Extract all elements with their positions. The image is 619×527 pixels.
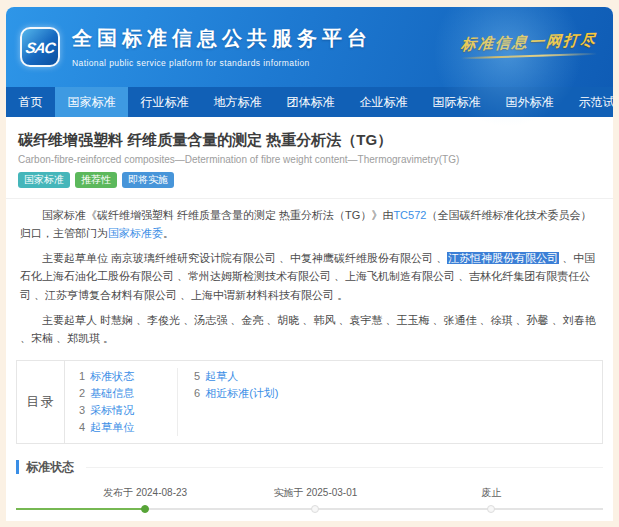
nav-item-industry-standards[interactable]: 行业标准 xyxy=(128,87,201,117)
tc572-link[interactable]: TC572 xyxy=(393,209,426,221)
catalog-num: 2 xyxy=(79,387,85,399)
catalog-item-standard-status[interactable]: 1标准状态 xyxy=(79,368,163,385)
catalog-item-adoption[interactable]: 3采标情况 xyxy=(79,402,163,419)
standard-badges: 国家标准 推荐性 即将实施 xyxy=(18,172,601,188)
sac-authority-link[interactable]: 国家标准委 xyxy=(108,227,163,239)
status-timeline: 发布于 2024-08-23 实施于 2025-03-01 废止 xyxy=(16,482,603,521)
section-rule xyxy=(86,467,603,468)
nav-item-enterprise-standards[interactable]: 企业标准 xyxy=(347,87,420,117)
nav-item-foreign-standards[interactable]: 国外标准 xyxy=(493,87,566,117)
catalog-item-basic-info[interactable]: 2基础信息 xyxy=(79,385,163,402)
intro-paragraph-1: 国家标准《碳纤维增强塑料 纤维质量含量的测定 热重分析法（TG）》由TC572（… xyxy=(20,206,599,242)
catalog-num: 5 xyxy=(194,370,200,382)
p1-text-1: 国家标准《碳纤维增强塑料 纤维质量含量的测定 热重分析法（TG）》由 xyxy=(42,209,393,221)
p2-text-1: 主要起草单位 南京玻璃纤维研究设计院有限公司 、中复神鹰碳纤维股份有限公司 、 xyxy=(42,252,447,264)
content: 碳纤维增强塑料 纤维质量含量的测定 热重分析法（TG） Carbon-fibre… xyxy=(6,131,613,521)
nav-item-group-standards[interactable]: 团体标准 xyxy=(274,87,347,117)
slogan: 标准信息一网打尽 xyxy=(461,33,597,57)
highlighted-company: 江苏恒神股份有限公司 xyxy=(447,252,559,264)
timeline-line-completed xyxy=(16,508,145,510)
catalog-item-drafting-units[interactable]: 4起草单位 xyxy=(79,419,163,436)
catalog-num: 6 xyxy=(194,387,200,399)
timeline-label-published: 发布于 2024-08-23 xyxy=(103,486,187,500)
section-accent-bar xyxy=(16,460,19,474)
timeline-label-abolished: 废止 xyxy=(481,486,501,500)
catalog-columns: 1标准状态 2基础信息 3采标情况 4起草单位 5起草人 6相近标准(计划) xyxy=(65,361,602,443)
timeline-dot-abolished xyxy=(487,505,495,513)
standard-title: 碳纤维增强塑料 纤维质量含量的测定 热重分析法（TG） xyxy=(18,131,601,150)
timeline-dot-published xyxy=(141,505,149,513)
catalog-link: 起草单位 xyxy=(90,421,134,433)
badge-recommended: 推荐性 xyxy=(75,172,117,188)
status-section-title: 标准状态 xyxy=(26,459,74,476)
catalog-num: 3 xyxy=(79,404,85,416)
standard-title-en: Carbon-fibre-reinforced composites—Deter… xyxy=(18,154,601,165)
nav-item-national-standards[interactable]: 国家标准 xyxy=(55,87,128,117)
catalog-num: 1 xyxy=(79,370,85,382)
header-banner: SAC 全国标准信息公共服务平台 National public service… xyxy=(6,7,613,87)
nav-item-international-standards[interactable]: 国际标准 xyxy=(420,87,493,117)
drafting-units-paragraph: 主要起草单位 南京玻璃纤维研究设计院有限公司 、中复神鹰碳纤维股份有限公司 、江… xyxy=(20,249,599,303)
nav-item-home[interactable]: 首页 xyxy=(6,87,55,117)
platform-title: 全国标准信息公共服务平台 xyxy=(72,25,372,52)
catalog-column-1: 1标准状态 2基础信息 3采标情况 4起草单位 xyxy=(65,368,177,436)
divider xyxy=(6,198,613,199)
catalog-link: 标准状态 xyxy=(90,370,134,382)
drafters-paragraph: 主要起草人 时慧娴 、李俊光 、汤志强 、金亮 、胡晓 、韩风 、袁宇慧 、王玉… xyxy=(20,311,599,347)
catalog-link: 采标情况 xyxy=(90,404,134,416)
catalog-item-similar-standards[interactable]: 6相近标准(计划) xyxy=(194,385,323,402)
catalog-label: 目录 xyxy=(17,361,65,443)
p1-text-3: 。 xyxy=(163,227,174,239)
nav-item-pilot[interactable]: 示范试点 xyxy=(566,87,613,117)
catalog-link: 相近标准(计划) xyxy=(205,387,278,399)
platform-subtitle: National public service platform for sta… xyxy=(72,58,372,68)
platform-titles: 全国标准信息公共服务平台 National public service pla… xyxy=(72,25,372,68)
status-section-header: 标准状态 xyxy=(16,459,603,476)
badge-national-standard: 国家标准 xyxy=(18,172,70,188)
nav-item-local-standards[interactable]: 地方标准 xyxy=(201,87,274,117)
badge-upcoming: 即将实施 xyxy=(122,172,174,188)
timeline-dot-implemented xyxy=(311,505,319,513)
catalog-num: 4 xyxy=(79,421,85,433)
sac-logo-text: SAC xyxy=(24,39,56,56)
catalog-column-2: 5起草人 6相近标准(计划) xyxy=(177,368,337,436)
timeline-label-implemented: 实施于 2025-03-01 xyxy=(273,486,357,500)
catalog-box: 目录 1标准状态 2基础信息 3采标情况 4起草单位 5起草人 6相近标准(计划… xyxy=(16,360,603,444)
page: SAC 全国标准信息公共服务平台 National public service… xyxy=(6,7,613,521)
sac-logo[interactable]: SAC xyxy=(20,27,60,67)
main-nav: 首页 国家标准 行业标准 地方标准 团体标准 企业标准 国际标准 国外标准 示范… xyxy=(6,87,613,117)
catalog-item-drafters[interactable]: 5起草人 xyxy=(194,368,323,385)
slogan-text: 标准信息一网打尽 xyxy=(460,31,597,55)
catalog-link: 基础信息 xyxy=(90,387,134,399)
catalog-link: 起草人 xyxy=(205,370,238,382)
